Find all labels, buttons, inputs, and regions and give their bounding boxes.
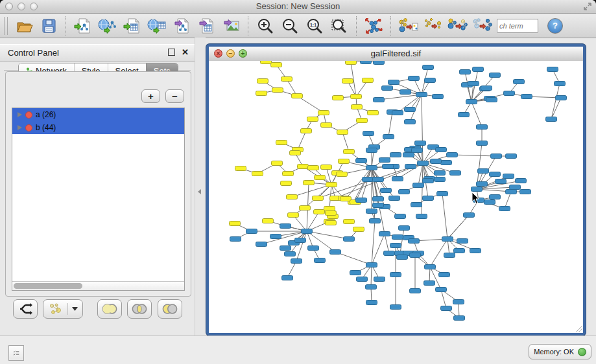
graph-node-blue[interactable] (431, 159, 442, 164)
graph-node-blue[interactable] (425, 78, 436, 83)
graph-node-blue[interactable] (486, 98, 497, 102)
graph-node-blue[interactable] (361, 61, 372, 64)
graph-node-blue[interactable] (230, 237, 241, 242)
graph-node-blue[interactable] (504, 91, 515, 96)
graph-node-blue[interactable] (388, 80, 399, 85)
split-branch-icon[interactable] (13, 299, 38, 319)
graph-node-yellow[interactable] (326, 221, 337, 225)
graph-node-blue[interactable] (379, 232, 390, 236)
graph-node-blue[interactable] (447, 153, 458, 157)
graph-node-blue[interactable] (397, 255, 408, 260)
graph-node-yellow[interactable] (337, 130, 348, 135)
add-set-button[interactable]: + (141, 89, 160, 103)
graph-node-blue[interactable] (418, 161, 429, 166)
graph-node-blue[interactable] (450, 171, 461, 176)
graph-node-blue[interactable] (390, 273, 401, 277)
graph-node-yellow[interactable] (324, 207, 335, 211)
save-session-icon[interactable] (37, 15, 60, 37)
graph-edge[interactable] (298, 131, 306, 150)
graph-node-blue[interactable] (295, 238, 306, 243)
import-network-web-icon[interactable] (96, 15, 119, 37)
graph-node-blue[interactable] (382, 86, 393, 91)
graph-node-blue[interactable] (374, 61, 385, 65)
graph-node-blue[interactable] (444, 253, 455, 258)
graph-node-blue[interactable] (381, 188, 392, 193)
graph-node-blue[interactable] (490, 195, 501, 199)
graph-node-blue[interactable] (436, 148, 447, 152)
export-table-icon[interactable] (195, 15, 218, 37)
set-list-item[interactable]: b (44) (12, 121, 184, 134)
expand-arrow-icon[interactable] (18, 125, 22, 130)
memory-status-button[interactable]: Memory: OK (529, 344, 591, 359)
graph-node-blue[interactable] (478, 169, 489, 174)
graph-node-blue[interactable] (400, 90, 411, 95)
select-nodes-icon[interactable] (446, 15, 469, 37)
graph-node-yellow[interactable] (256, 91, 267, 96)
graph-node-blue[interactable] (506, 190, 517, 194)
graph-node-blue[interactable] (473, 67, 484, 72)
create-set-network-icon[interactable] (43, 299, 83, 319)
scrollbar-thumb[interactable] (14, 283, 82, 289)
graph-node-blue[interactable] (433, 95, 444, 99)
graph-node-yellow[interactable] (304, 181, 315, 185)
graph-node-blue[interactable] (383, 165, 394, 169)
graph-node-blue[interactable] (470, 249, 481, 253)
graph-node-yellow[interactable] (300, 206, 311, 210)
graph-node-blue[interactable] (366, 148, 377, 153)
graph-edge[interactable] (342, 132, 349, 152)
float-panel-icon[interactable] (168, 49, 175, 56)
graph-node-yellow[interactable] (287, 195, 298, 199)
graph-node-blue[interactable] (374, 277, 385, 282)
graph-edge[interactable] (442, 194, 447, 239)
zoom-selected-region-icon[interactable] (328, 15, 351, 37)
graph-node-yellow[interactable] (346, 61, 357, 65)
graph-node-blue[interactable] (373, 177, 384, 182)
graph-node-blue[interactable] (256, 242, 267, 247)
graph-node-blue[interactable] (453, 300, 464, 304)
graph-node-blue[interactable] (392, 177, 403, 181)
graph-node-blue[interactable] (384, 251, 395, 256)
graph-node-blue[interactable] (464, 213, 475, 218)
graph-node-yellow[interactable] (351, 95, 362, 99)
graph-node-blue[interactable] (383, 135, 394, 139)
graph-node-blue[interactable] (282, 276, 293, 280)
export-network-icon[interactable] (170, 15, 193, 37)
graph-node-blue[interactable] (280, 224, 291, 229)
graph-node-blue[interactable] (399, 190, 410, 194)
graph-node-blue[interactable] (468, 82, 479, 86)
graph-node-blue[interactable] (520, 190, 531, 194)
graph-node-yellow[interactable] (326, 211, 337, 216)
graph-node-blue[interactable] (308, 246, 319, 251)
graph-edge[interactable] (400, 228, 404, 253)
graph-node-blue[interactable] (302, 229, 313, 234)
graph-node-yellow[interactable] (352, 105, 363, 109)
graph-node-blue[interactable] (413, 183, 424, 188)
graph-node-blue[interactable] (425, 265, 436, 269)
titlebar[interactable]: Session: New Session (0, 0, 596, 14)
graph-node-blue[interactable] (373, 197, 384, 201)
graph-node-blue[interactable] (471, 187, 483, 192)
graph-node-blue[interactable] (477, 182, 488, 187)
graph-node-blue[interactable] (556, 96, 567, 100)
graph-node-blue[interactable] (521, 95, 532, 99)
graph-node-blue[interactable] (390, 244, 401, 248)
graph-node-blue[interactable] (350, 271, 361, 275)
graph-node-blue[interactable] (437, 192, 448, 196)
graph-node-blue[interactable] (411, 203, 422, 207)
graph-node-blue[interactable] (390, 305, 401, 310)
graph-node-blue[interactable] (363, 131, 374, 136)
graph-node-yellow[interactable] (357, 119, 368, 123)
graph-node-blue[interactable] (410, 253, 421, 258)
graph-node-blue[interactable] (416, 93, 427, 97)
horizontal-scrollbar[interactable] (12, 281, 184, 290)
graph-node-blue[interactable] (439, 273, 450, 277)
graph-node-blue[interactable] (246, 229, 257, 234)
graph-node-blue[interactable] (506, 154, 517, 159)
graph-node-blue[interactable] (423, 65, 434, 70)
graph-node-yellow[interactable] (235, 166, 246, 171)
graph-node-blue[interactable] (409, 76, 420, 81)
graph-edge[interactable] (371, 265, 372, 287)
graph-node-yellow[interactable] (337, 172, 348, 177)
graph-node-yellow[interactable] (368, 111, 379, 115)
remove-set-button[interactable]: − (165, 89, 184, 103)
